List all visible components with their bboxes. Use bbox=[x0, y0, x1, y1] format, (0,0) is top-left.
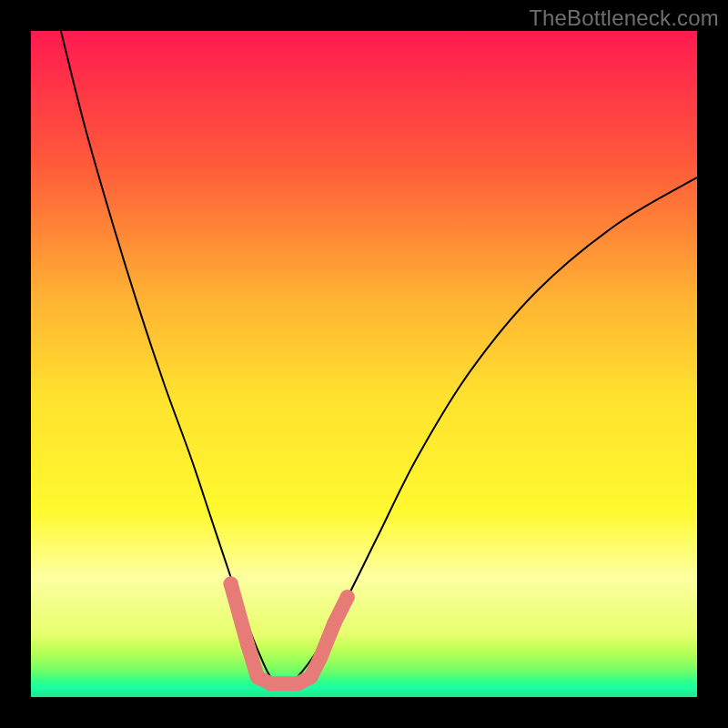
chart-stage: TheBottleneck.com bbox=[0, 0, 728, 728]
marker-connector bbox=[231, 584, 348, 684]
bottleneck-curve bbox=[61, 31, 697, 687]
marker-dot bbox=[327, 616, 341, 631]
marker-dot bbox=[277, 676, 291, 691]
marker-dot bbox=[250, 670, 265, 684]
marker-dot bbox=[224, 577, 238, 592]
marker-dot bbox=[290, 676, 305, 691]
marker-dot bbox=[264, 676, 278, 691]
watermark-text: TheBottleneck.com bbox=[529, 5, 719, 31]
marker-dot bbox=[240, 636, 255, 651]
marker-dot bbox=[303, 670, 318, 684]
chart-svg bbox=[31, 31, 697, 697]
marker-dot bbox=[340, 590, 355, 604]
marker-dot bbox=[313, 650, 328, 664]
plot-area bbox=[31, 31, 697, 697]
